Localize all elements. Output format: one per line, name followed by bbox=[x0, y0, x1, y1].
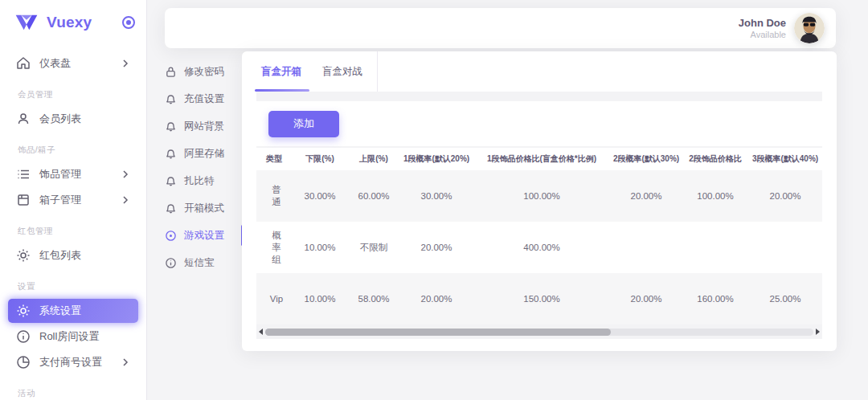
cell-type: Vip bbox=[256, 273, 292, 324]
pie-chart-icon bbox=[16, 355, 31, 369]
sidebar-section-items-boxes: 饰品/箱子 bbox=[0, 133, 146, 161]
cell-s1-prob: 20.00% bbox=[399, 273, 473, 324]
user-status: Available bbox=[739, 30, 786, 39]
submenu-item-label: 扎比特 bbox=[184, 174, 215, 188]
submenu-item-game-settings[interactable]: 游戏设置 bbox=[165, 222, 231, 249]
cell-upper: 60.00% bbox=[348, 170, 399, 222]
sidebar-item-redpacket-list[interactable]: 红包列表 bbox=[8, 243, 138, 267]
sidebar-section-redpacket: 红包管理 bbox=[0, 214, 146, 242]
tab-label: 盲盒开箱 bbox=[261, 65, 301, 79]
tabs-row: 盲盒开箱 盲盒对战 bbox=[242, 51, 837, 92]
submenu-item-recharge-settings[interactable]: 充值设置 bbox=[165, 85, 231, 112]
cell-lower: 10.00% bbox=[292, 222, 348, 273]
table-row[interactable]: 概率组 10.00% 不限制 20.00% 400.00% bbox=[256, 222, 822, 273]
table-row[interactable]: Vip 10.00% 58.00% 20.00% 150.00% 20.00% … bbox=[256, 273, 822, 324]
chevron-right-icon bbox=[121, 169, 130, 179]
horizontal-scrollbar bbox=[256, 324, 822, 339]
sidebar-item-payment-merchant-settings[interactable]: 支付商号设置 bbox=[8, 350, 138, 374]
top-header: John Doe Available bbox=[165, 8, 836, 48]
sidebar-item-label: 仪表盘 bbox=[39, 56, 121, 71]
submenu-item-label: 开箱模式 bbox=[184, 202, 224, 215]
content-card: 盲盒开箱 盲盒对战 添加 bbox=[242, 51, 837, 351]
cell-s2-ratio: 160.00% bbox=[682, 273, 748, 324]
submenu-item-label: 修改密码 bbox=[184, 65, 224, 79]
scroll-left-icon[interactable] bbox=[259, 329, 263, 335]
sidebar-item-label: 支付商号设置 bbox=[39, 355, 121, 369]
bell-icon bbox=[165, 148, 177, 160]
cell-s2-prob: 20.00% bbox=[610, 170, 682, 222]
sidebar-item-member-list[interactable]: 会员列表 bbox=[8, 107, 138, 131]
tab-label: 盲盒对战 bbox=[322, 65, 362, 79]
bell-icon bbox=[165, 202, 177, 214]
main-area: John Doe Available bbox=[148, 0, 868, 400]
tab-group: 盲盒开箱 盲盒对战 bbox=[258, 51, 378, 92]
sidebar-item-roll-room-settings[interactable]: Roll房间设置 bbox=[8, 324, 138, 349]
submenu-item-label: 网站背景 bbox=[184, 120, 224, 133]
sidebar-section-members: 会员管理 bbox=[0, 77, 146, 105]
cell-s1-ratio: 400.00% bbox=[473, 222, 610, 273]
main-sidebar: Vuexy 仪表盘 会员管理 会员列表 饰品/箱子 bbox=[0, 0, 147, 400]
col-header-type: 类型 bbox=[256, 148, 292, 170]
tab-blindbox-battle[interactable]: 盲盒对战 bbox=[319, 51, 366, 92]
cell-s2-prob bbox=[610, 222, 682, 273]
bell-icon bbox=[165, 93, 177, 105]
sidebar-item-label: 红包列表 bbox=[39, 248, 130, 263]
sidebar-item-dashboard[interactable]: 仪表盘 bbox=[8, 51, 138, 76]
settings-table: 类型 下限(%) 上限(%) 1段概率(默认20%) 1段饰品价格比(盲盒价格*… bbox=[256, 148, 822, 324]
sidebar-item-box-mgmt[interactable]: 箱子管理 bbox=[8, 188, 138, 212]
cell-s3-prob bbox=[748, 222, 822, 273]
submenu-item-change-password[interactable]: 修改密码 bbox=[165, 58, 231, 85]
add-button[interactable]: 添加 bbox=[268, 111, 339, 137]
brand: Vuexy bbox=[0, 0, 146, 45]
user-avatar[interactable] bbox=[794, 13, 825, 43]
col-header-stage2-price-ratio: 2段饰品价格比 bbox=[682, 148, 748, 170]
cell-upper: 58.00% bbox=[348, 273, 399, 324]
table-row[interactable]: 普通 30.00% 60.00% 30.00% 100.00% 20.00% 1… bbox=[256, 170, 822, 222]
info-circle-icon bbox=[165, 257, 177, 269]
submenu-item-ali-storage[interactable]: 阿里存储 bbox=[165, 140, 231, 167]
info-circle-icon bbox=[16, 329, 31, 344]
sidebar-item-label: 箱子管理 bbox=[39, 193, 121, 207]
col-header-stage3-prob: 3段概率(默认40%) bbox=[748, 148, 822, 170]
cell-lower: 30.00% bbox=[292, 170, 348, 222]
bell-icon bbox=[165, 175, 177, 187]
sidebar-section-settings: 设置 bbox=[0, 269, 146, 297]
gear-icon bbox=[16, 248, 31, 263]
cell-s3-prob: 25.00% bbox=[748, 273, 822, 324]
sidebar-item-label: 会员列表 bbox=[39, 112, 130, 126]
scroll-right-icon[interactable] bbox=[816, 329, 820, 335]
tab-panel: 添加 类型 下限(%) 上限(%) 1段概率(默认20%) 1段饰品价格比(盲 bbox=[256, 92, 822, 339]
cell-type: 普通 bbox=[256, 170, 292, 222]
submenu-item-unbox-mode[interactable]: 开箱模式 bbox=[165, 194, 231, 222]
col-header-upper-limit: 上限(%) bbox=[348, 148, 399, 170]
sidebar-item-accessory-mgmt[interactable]: 饰品管理 bbox=[8, 162, 138, 186]
disc-icon bbox=[165, 230, 177, 242]
scrollbar-track[interactable] bbox=[265, 329, 813, 336]
submenu-item-label: 游戏设置 bbox=[184, 229, 224, 243]
submenu-item-label: 阿里存储 bbox=[184, 147, 224, 161]
sidebar-item-label: Roll房间设置 bbox=[39, 329, 130, 344]
sidebar-section-activity: 活动 bbox=[0, 376, 146, 400]
radio-dot-icon[interactable] bbox=[122, 16, 135, 29]
home-icon bbox=[16, 56, 31, 71]
col-header-lower-limit: 下限(%) bbox=[292, 148, 348, 170]
cell-s3-prob: 20.00% bbox=[748, 170, 822, 222]
sidebar-item-label: 系统设置 bbox=[39, 304, 130, 318]
scrollbar-thumb[interactable] bbox=[265, 329, 611, 336]
bell-icon bbox=[165, 120, 177, 133]
sidebar-item-system-settings[interactable]: 系统设置 bbox=[8, 299, 138, 323]
user-icon bbox=[16, 112, 31, 126]
chevron-right-icon bbox=[121, 195, 130, 205]
tab-blindbox-open[interactable]: 盲盒开箱 bbox=[258, 51, 305, 92]
submenu-item-zhabite[interactable]: 扎比特 bbox=[165, 167, 231, 194]
sidebar-nav: 仪表盘 会员管理 会员列表 饰品/箱子 饰品管理 bbox=[0, 45, 146, 400]
settings-submenu: 修改密码 充值设置 网站背景 阿里存储 bbox=[165, 58, 231, 276]
cell-s1-prob: 20.00% bbox=[399, 222, 473, 273]
gear-icon bbox=[16, 304, 31, 318]
vuexy-logo bbox=[14, 14, 39, 31]
cell-s1-ratio: 100.00% bbox=[473, 170, 610, 222]
submenu-item-sms-bao[interactable]: 短信宝 bbox=[165, 249, 231, 276]
sidebar-item-label: 饰品管理 bbox=[39, 167, 121, 182]
submenu-item-label: 短信宝 bbox=[184, 256, 215, 270]
submenu-item-site-background[interactable]: 网站背景 bbox=[165, 112, 231, 140]
